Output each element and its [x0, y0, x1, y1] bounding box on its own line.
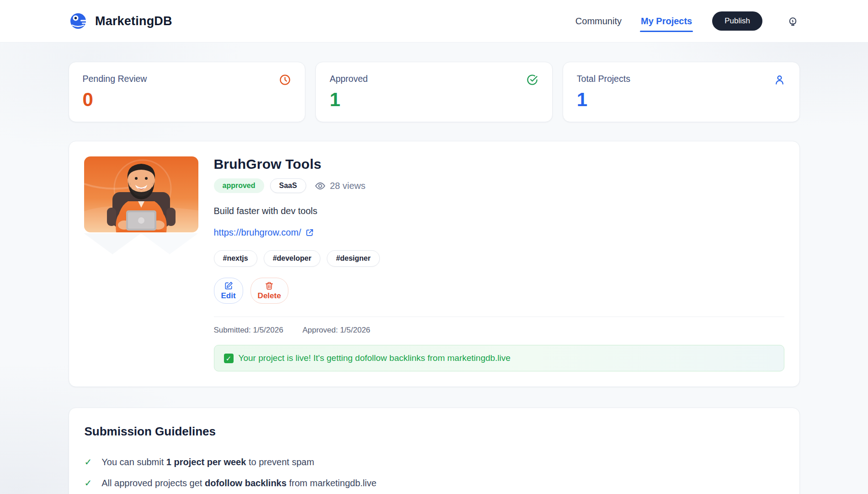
stat-value-approved: 1 [330, 89, 538, 111]
stat-card-pending: Pending Review 0 [69, 62, 306, 122]
project-thumbnail-column [84, 156, 198, 371]
submitted-date: Submitted: 1/5/2026 [214, 326, 283, 335]
project-link[interactable]: https://bruhgrow.com/ [214, 227, 314, 238]
delete-button[interactable]: Delete [250, 278, 288, 304]
eye-icon [314, 180, 326, 192]
edit-label: Edit [221, 291, 236, 301]
project-details: BruhGrow Tools approved SaaS 28 views Bu… [214, 156, 784, 371]
edit-button[interactable]: Edit [214, 278, 243, 304]
check-emoji-icon: ✓ [224, 354, 234, 363]
delete-label: Delete [258, 291, 281, 301]
project-title: BruhGrow Tools [214, 156, 784, 172]
check-circle-icon [526, 74, 538, 86]
project-badges: approved SaaS 28 views [214, 178, 784, 193]
tag-nextjs: #nextjs [214, 250, 257, 267]
project-tags: #nextjs #developer #designer [214, 250, 784, 267]
project-url[interactable]: https://bruhgrow.com/ [214, 227, 301, 238]
main-nav: Community My Projects Publish [575, 11, 799, 31]
clock-icon [279, 74, 291, 86]
stat-card-approved: Approved 1 [315, 62, 553, 122]
tag-designer: #designer [327, 250, 380, 267]
guideline-text: You can submit 1 project per week to pre… [101, 456, 314, 468]
main-content: Pending Review 0 Approved 1 [69, 43, 800, 494]
edit-icon [224, 281, 233, 290]
stats-row: Pending Review 0 Approved 1 [69, 62, 800, 122]
guideline-item: ✓ All approved projects get dofollow bac… [85, 477, 784, 489]
tag-developer: #developer [264, 250, 320, 267]
nav-community[interactable]: Community [575, 16, 622, 27]
stat-value-total: 1 [577, 89, 786, 111]
stat-label-total: Total Projects [577, 74, 630, 84]
project-thumbnail [84, 156, 198, 232]
views-counter: 28 views [314, 180, 366, 192]
project-description: Build faster with dev tools [214, 206, 784, 216]
checkmark-icon: ✓ [85, 477, 92, 489]
brand-logo-group[interactable]: MarketingDB [69, 12, 172, 30]
live-banner-text: Your project is live! It's getting dofol… [239, 353, 511, 363]
trash-icon [265, 281, 274, 290]
nav-my-projects[interactable]: My Projects [641, 16, 692, 27]
stat-card-total: Total Projects 1 [563, 62, 800, 122]
chevron-decoration [84, 233, 198, 254]
category-badge: SaaS [270, 178, 306, 193]
lightbulb-icon[interactable] [787, 16, 799, 27]
marketingdb-logo-icon [69, 12, 88, 30]
status-badge: approved [214, 178, 264, 193]
stat-label-approved: Approved [330, 74, 367, 84]
user-icon [773, 74, 786, 86]
project-divider [214, 317, 784, 317]
brand-name: MarketingDB [95, 14, 172, 28]
submission-guidelines-card: Submission Guidelines ✓ You can submit 1… [69, 408, 800, 494]
views-label: 28 views [330, 181, 366, 191]
stat-label-pending: Pending Review [83, 74, 147, 84]
live-status-banner: ✓ Your project is live! It's getting dof… [214, 345, 784, 371]
publish-button[interactable]: Publish [712, 11, 762, 31]
guideline-text: All approved projects get dofollow backl… [101, 477, 376, 489]
guideline-item: ✓ You can submit 1 project per week to p… [85, 456, 784, 468]
guidelines-title: Submission Guidelines [85, 424, 784, 439]
app-header: MarketingDB Community My Projects Publis… [0, 0, 868, 43]
external-link-icon [305, 228, 314, 237]
stat-value-pending: 0 [83, 89, 292, 111]
checkmark-icon: ✓ [85, 456, 92, 468]
project-dates: Submitted: 1/5/2026 Approved: 1/5/2026 [214, 326, 784, 335]
project-card: BruhGrow Tools approved SaaS 28 views Bu… [69, 141, 800, 387]
approved-date: Approved: 1/5/2026 [303, 326, 370, 335]
project-actions: Edit Delete [214, 278, 784, 304]
guidelines-list: ✓ You can submit 1 project per week to p… [85, 456, 784, 494]
